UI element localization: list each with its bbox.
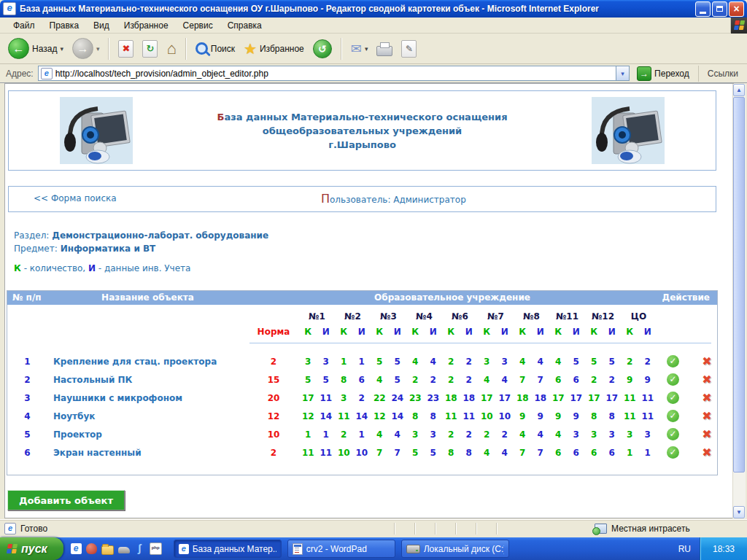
forward-button[interactable]: →▾ (69, 36, 104, 61)
back-button[interactable]: ←Назад▾ (4, 36, 67, 61)
scroll-down-icon[interactable]: ▼ (733, 506, 745, 518)
back-dropdown-icon[interactable]: ▾ (60, 45, 63, 52)
confirm-icon[interactable]: ✓ (667, 446, 679, 459)
delete-icon[interactable]: ✖ (702, 373, 711, 386)
menu-item[interactable]: Правка (42, 19, 87, 32)
qty-value: 17 (585, 393, 603, 403)
favorites-button[interactable]: ★Избранное (240, 39, 308, 59)
forward-dropdown-icon[interactable]: ▾ (96, 45, 100, 52)
scrollbar-thumb[interactable] (733, 97, 745, 472)
search-form-link[interactable]: << Форма поиска (34, 193, 117, 203)
qty-value: 11 (299, 448, 317, 458)
history-button[interactable]: ↺ (309, 38, 336, 60)
menu-item[interactable]: Избранное (117, 19, 176, 32)
swoosh-icon[interactable]: ʃ (134, 543, 145, 554)
taskbar-clock: 18:33 (700, 537, 747, 560)
qty-value: 5 (299, 375, 317, 385)
taskbar-task-ie[interactable]: eБаза данных Матер... (174, 540, 282, 558)
headset-computer-logo-left (60, 97, 133, 164)
minimize-button[interactable] (695, 1, 711, 17)
confirm-icon[interactable]: ✓ (667, 410, 679, 422)
section-value: Демонстрационно-лаборат. оборудование (52, 230, 268, 241)
menu-item[interactable]: Файл (6, 19, 42, 32)
denwer-icon[interactable] (86, 543, 97, 554)
inv-value: 11 (639, 411, 657, 421)
inv-value: 2 (496, 429, 514, 440)
inv-value: 2 (460, 429, 479, 440)
i-header: И (603, 327, 622, 337)
delete-icon[interactable]: ✖ (702, 354, 711, 368)
confirm-cell: ✓ (657, 410, 689, 422)
refresh-button[interactable]: ↻ (139, 39, 161, 59)
language-indicator[interactable]: RU (670, 544, 700, 554)
menu-item[interactable]: Сервис (176, 19, 220, 32)
start-button[interactable]: пуск (0, 537, 63, 560)
delete-cell: ✖ (689, 391, 724, 405)
edit-button[interactable]: ✎ (398, 39, 420, 59)
toolbar-separator (341, 38, 342, 60)
subject-value: Информатика и ВТ (61, 244, 156, 254)
confirm-icon[interactable]: ✓ (667, 428, 679, 440)
inv-value: 3 (496, 357, 514, 367)
i-header: И (532, 327, 550, 337)
row-number: 6 (7, 448, 47, 458)
address-dropdown[interactable]: ▾ (616, 66, 629, 80)
scroll-up-icon[interactable]: ▲ (733, 84, 745, 96)
delete-icon[interactable]: ✖ (702, 409, 711, 423)
inv-value: 3 (317, 357, 336, 367)
norm-value: 2 (248, 357, 299, 367)
inv-value: 17 (603, 393, 622, 403)
intranet-icon (595, 524, 607, 534)
header-action: Действие (662, 292, 710, 303)
folder-icon[interactable] (101, 545, 114, 555)
home-icon: ⌂ (166, 39, 176, 58)
qty-value: 4 (371, 375, 389, 385)
k-header: К (442, 327, 460, 337)
go-button[interactable]: → Переход (634, 66, 692, 82)
delete-icon[interactable]: ✖ (702, 446, 711, 459)
qty-value: 7 (514, 448, 532, 458)
print-button[interactable] (373, 39, 396, 58)
delete-icon[interactable]: ✖ (702, 391, 711, 405)
restore-button[interactable] (712, 1, 727, 17)
k-header: К (514, 327, 532, 337)
car-icon[interactable] (118, 547, 130, 553)
qty-value: 10 (335, 448, 353, 458)
menu-item[interactable]: Справка (220, 19, 269, 32)
mail-dropdown-icon[interactable]: ▾ (365, 45, 368, 52)
inv-value: 14 (389, 411, 407, 421)
taskbar-task-disk[interactable]: Локальный диск (C:) (401, 540, 509, 558)
vertical-scrollbar[interactable]: ▲ ▼ (732, 84, 746, 518)
stop-button[interactable]: ✖ (115, 39, 137, 59)
header-num: № п/п (12, 292, 42, 303)
qty-value: 11 (442, 411, 460, 421)
zone-label: Местная интрасеть (611, 524, 690, 534)
add-object-button[interactable]: Добавить объект (7, 490, 125, 510)
go-arrow-icon: → (637, 66, 651, 81)
search-button[interactable]: Поиск (192, 41, 239, 56)
norm-value: 10 (248, 429, 299, 440)
confirm-icon[interactable]: ✓ (667, 355, 679, 368)
delete-cell: ✖ (689, 427, 724, 441)
security-zone: Местная интрасеть (595, 524, 690, 534)
delete-icon[interactable]: ✖ (702, 427, 711, 441)
close-button[interactable]: × (729, 1, 744, 17)
php-icon[interactable]: php (150, 542, 162, 555)
windows-logo (730, 18, 747, 34)
taskbar-task-wordpad[interactable]: crv2 - WordPad (287, 540, 395, 558)
menu-bar: ФайлПравкаВидИзбранноеСервисСправка (0, 18, 747, 34)
mail-button[interactable]: ✉▾ (347, 39, 372, 58)
home-button[interactable]: ⌂ (163, 38, 179, 60)
qty-value: 2 (585, 375, 603, 385)
menu-item[interactable]: Вид (86, 19, 117, 32)
confirm-icon[interactable]: ✓ (667, 373, 679, 386)
browser-viewport: База данных Материально-технического осн… (0, 83, 747, 519)
school-header: №6 (442, 311, 478, 322)
object-name: Настольный ПК (47, 375, 248, 385)
confirm-icon[interactable]: ✓ (667, 392, 679, 404)
confirm-cell: ✓ (657, 392, 689, 404)
confirm-cell: ✓ (657, 355, 689, 368)
inv-value: 7 (389, 448, 407, 458)
address-input[interactable]: e http://localhost/tech_provision/admin_… (38, 66, 630, 81)
ie-icon[interactable]: e (71, 543, 82, 554)
